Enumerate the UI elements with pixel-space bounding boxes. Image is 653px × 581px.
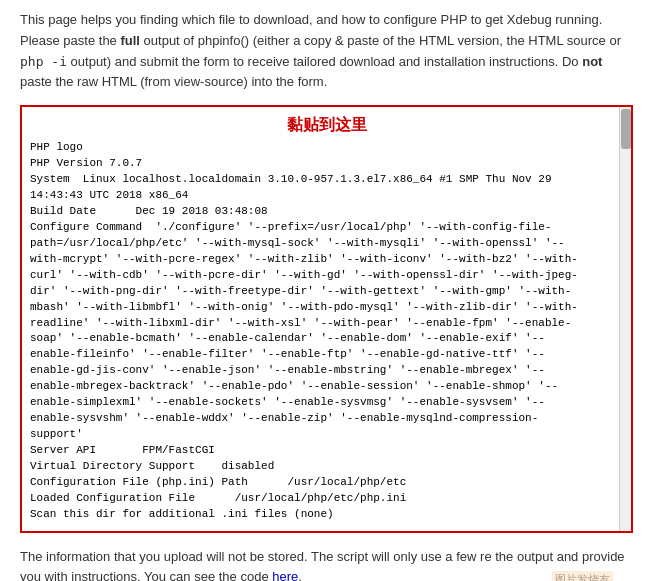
phpinfo-content[interactable]: PHP logo PHP Version 7.0.7 System Linux … xyxy=(30,140,623,523)
intro-bold-full: full xyxy=(120,33,140,48)
intro-bold-not: not xyxy=(582,54,602,69)
phpinfo-title: 黏贴到这里 xyxy=(30,115,623,136)
intro-paragraph: This page helps you finding which file t… xyxy=(20,10,633,93)
intro-code-phpi: php -i xyxy=(20,54,67,69)
scrollbar[interactable] xyxy=(619,107,631,531)
footer-text-main: The information that you upload will not… xyxy=(20,549,625,581)
intro-text-middle2: output) and submit the form to receive t… xyxy=(67,54,582,69)
footer-paragraph: The information that you upload will not… xyxy=(20,547,633,581)
here-link[interactable]: here xyxy=(272,569,298,581)
intro-text-after: paste the raw HTML (from view-source) in… xyxy=(20,74,327,89)
intro-text-middle: output of phpinfo() (either a copy & pas… xyxy=(140,33,621,48)
scrollbar-thumb[interactable] xyxy=(621,109,631,149)
phpinfo-box: 黏贴到这里 PHP logo PHP Version 7.0.7 System … xyxy=(20,105,633,533)
watermark: 图片发烧友 xyxy=(552,571,613,581)
